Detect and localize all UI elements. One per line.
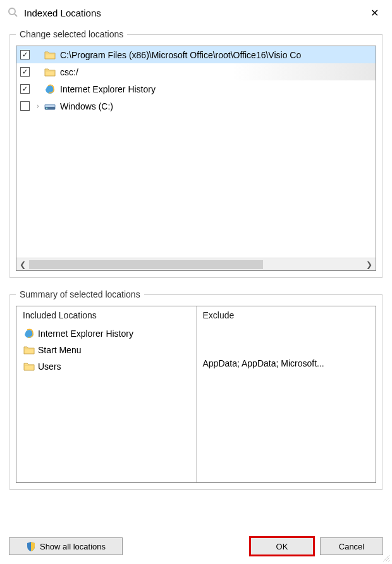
exclude-item [203, 342, 370, 358]
included-item[interactable]: Users [23, 358, 190, 375]
exclude-column: Exclude AppData; AppData; Microsoft... [197, 306, 376, 482]
window-title: Indexed Locations [24, 8, 362, 18]
cancel-button-label: Cancel [339, 542, 364, 551]
tree-row-label: C:\Program Files (x86)\Microsoft Office\… [60, 50, 301, 60]
folder-icon [44, 49, 56, 61]
included-item-label: Users [38, 361, 61, 372]
tree-row-label: csc:/ [60, 67, 78, 77]
scroll-thumb[interactable] [29, 260, 263, 269]
included-item-label: Start Menu [38, 345, 81, 355]
summary-group: Summary of selected locations Included L… [9, 289, 383, 490]
titlebar: Indexed Locations ✕ [0, 0, 392, 25]
tree-checkbox[interactable]: ✓ [20, 67, 30, 77]
tree-checkbox[interactable]: ✓ [20, 50, 30, 60]
show-all-locations-label: Show all locations [40, 542, 106, 551]
included-item[interactable]: Internet Explorer History [23, 325, 190, 342]
search-index-icon [8, 7, 19, 18]
cancel-button[interactable]: Cancel [320, 537, 383, 555]
folder-icon [23, 361, 35, 372]
included-column: Included Locations Internet Explorer His… [16, 306, 197, 482]
tree-row[interactable]: ✓csc:/ [16, 63, 376, 80]
show-all-locations-button[interactable]: Show all locations [9, 537, 123, 555]
tree-checkbox[interactable] [20, 101, 30, 111]
scroll-left-arrow[interactable]: ❮ [16, 260, 29, 269]
included-item[interactable]: Start Menu [23, 342, 190, 358]
included-item-label: Internet Explorer History [38, 329, 133, 339]
folder-icon [23, 344, 35, 356]
shield-icon [26, 541, 36, 551]
drive-icon [44, 101, 56, 112]
tree-row-label: Internet Explorer History [60, 84, 156, 94]
locations-tree[interactable]: ✓C:\Program Files (x86)\Microsoft Office… [16, 46, 376, 271]
svg-line-8 [388, 560, 389, 561]
folder-icon [44, 66, 56, 78]
ie-icon [23, 328, 35, 339]
ok-button[interactable]: OK [250, 537, 314, 555]
scroll-right-arrow[interactable]: ❯ [363, 260, 376, 269]
exclude-item: AppData; AppData; Microsoft... [203, 358, 370, 375]
change-locations-legend: Change selected locations [16, 29, 127, 39]
close-button[interactable]: ✕ [362, 3, 387, 23]
resize-grip-icon[interactable] [382, 554, 389, 561]
tree-horizontal-scrollbar[interactable]: ❮ ❯ [16, 258, 376, 270]
button-row: Show all locations OK Cancel [9, 537, 383, 555]
ok-button-label: OK [276, 542, 288, 551]
tree-checkbox[interactable]: ✓ [20, 84, 30, 94]
tree-row[interactable]: ›Windows (C:) [16, 97, 376, 115]
tree-row-label: Windows (C:) [60, 101, 113, 111]
summary-box: Included Locations Internet Explorer His… [16, 306, 376, 483]
exclude-header: Exclude [203, 310, 370, 320]
included-header: Included Locations [23, 310, 190, 320]
exclude-item [203, 325, 370, 342]
tree-row[interactable]: ✓C:\Program Files (x86)\Microsoft Office… [16, 46, 376, 63]
summary-legend: Summary of selected locations [16, 289, 144, 299]
tree-expander-icon[interactable]: › [34, 103, 42, 110]
change-locations-group: Change selected locations ✓C:\Program Fi… [9, 29, 383, 278]
ie-icon [44, 84, 56, 95]
tree-row[interactable]: ✓Internet Explorer History [16, 80, 376, 97]
scroll-track[interactable] [29, 260, 363, 269]
close-icon: ✕ [371, 7, 379, 19]
